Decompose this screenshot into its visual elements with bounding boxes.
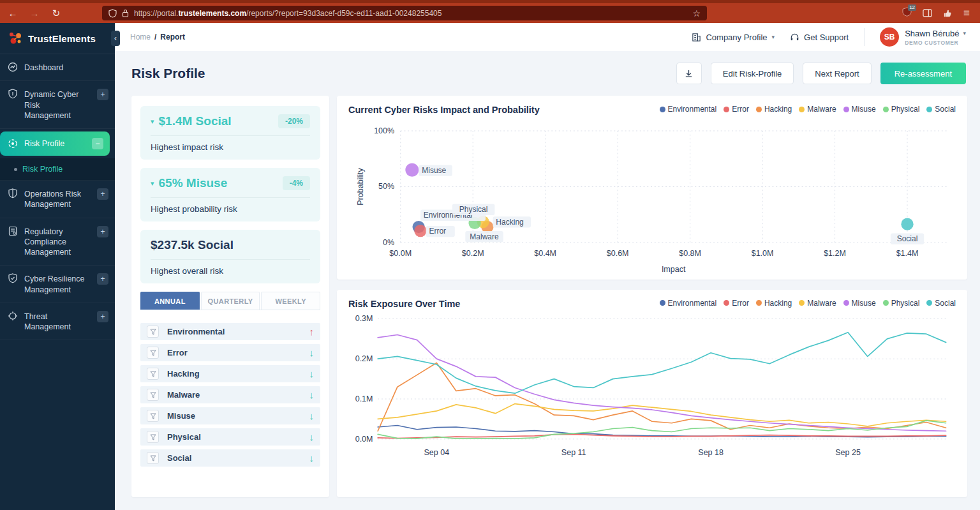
legend-item[interactable]: Misuse: [843, 299, 876, 308]
edit-risk-profile-button[interactable]: Edit Risk-Profile: [711, 63, 794, 84]
user-menu[interactable]: SB Shawn Bérubé ▾ DEMO CUSTOMER: [880, 27, 966, 47]
stat-badge: -4%: [283, 176, 310, 190]
filter-funnel-icon[interactable]: [147, 389, 159, 401]
legend-dot-icon: [799, 300, 805, 306]
svg-text:$0.6M: $0.6M: [607, 249, 629, 258]
filter-funnel-icon[interactable]: [147, 326, 159, 338]
next-report-button[interactable]: Next Report: [803, 63, 871, 84]
svg-text:$1.0M: $1.0M: [752, 249, 774, 258]
trend-arrow-icon: ↓: [309, 389, 315, 400]
expand-button[interactable]: +: [97, 188, 108, 200]
legend-dot-icon: [883, 300, 889, 306]
sidebar-item-dashboard[interactable]: Dashboard: [0, 54, 115, 81]
company-profile-menu[interactable]: Company Profile ▾: [692, 33, 775, 42]
expand-button[interactable]: +: [97, 226, 108, 237]
tab-weekly[interactable]: WEEKLY: [261, 292, 320, 310]
sidebar-item-regulatory-compliance[interactable]: Regulatory Compliance Management +: [0, 218, 115, 266]
legend-item[interactable]: Malware: [799, 105, 836, 114]
caret-down-icon[interactable]: ▾: [151, 179, 154, 188]
impact-probability-plot[interactable]: $0.0M$0.2M$0.4M$0.6M$0.8M$1.0M$1.2M$1.4M…: [348, 115, 956, 276]
risk-row-misuse[interactable]: Misuse ↓: [140, 407, 320, 424]
risk-name: Physical: [167, 432, 201, 442]
sidebar-item-operations-risk[interactable]: Operations Risk Management +: [0, 181, 115, 218]
legend-item[interactable]: Environmental: [660, 105, 717, 114]
scatter-point-social: [901, 218, 913, 230]
url-text[interactable]: https://portal.trustelements.com/reports…: [134, 9, 687, 18]
filter-funnel-icon[interactable]: [147, 452, 159, 464]
tab-annual[interactable]: ANNUAL: [140, 292, 200, 310]
reassessment-button[interactable]: Re-assessment: [880, 63, 966, 84]
legend-item[interactable]: Hacking: [756, 299, 792, 308]
menu-icon[interactable]: ≡: [963, 7, 970, 20]
legend-item[interactable]: Malware: [799, 299, 836, 308]
filter-funnel-icon[interactable]: [147, 368, 159, 380]
legend-item[interactable]: Physical: [883, 105, 920, 114]
svg-text:$1.4M: $1.4M: [896, 249, 919, 258]
legend-item[interactable]: Social: [926, 105, 956, 114]
legend-item[interactable]: Misuse: [843, 105, 876, 114]
legend-item[interactable]: Physical: [883, 299, 920, 308]
download-button[interactable]: [676, 63, 702, 84]
sidebar-subitem-risk-profile[interactable]: Risk Profile: [0, 158, 115, 181]
sidebar-item-cyber-resilience[interactable]: Cyber Resilience Management +: [0, 266, 115, 303]
sidebar-toggle-icon[interactable]: [923, 8, 932, 18]
legend-item[interactable]: Error: [724, 105, 749, 114]
stat-caption: Highest overall risk: [151, 266, 310, 276]
legend-dot-icon: [843, 107, 849, 112]
legend-dot-icon: [799, 107, 805, 112]
bookmark-star-icon[interactable]: ☆: [692, 8, 701, 19]
collapse-section-button[interactable]: −: [92, 138, 103, 149]
chart-title: Current Cyber Risks Impact and Probabili…: [348, 105, 540, 115]
svg-text:Sep 25: Sep 25: [835, 448, 861, 457]
period-tabs: ANNUAL QUARTERLY WEEKLY: [140, 292, 320, 310]
breadcrumb-home[interactable]: Home: [130, 33, 151, 41]
sidebar-item-label: Dashboard: [24, 62, 108, 73]
download-icon: [684, 69, 694, 79]
caret-down-icon[interactable]: ▾: [151, 117, 154, 126]
crosshair-icon: [8, 311, 18, 321]
risk-row-error[interactable]: Error ↓: [140, 344, 320, 361]
filter-funnel-icon[interactable]: [147, 410, 159, 422]
extension-thumb-icon[interactable]: [943, 8, 953, 18]
svg-text:Impact: Impact: [662, 265, 686, 274]
risk-row-malware[interactable]: Malware ↓: [140, 386, 320, 403]
reload-icon[interactable]: ↻: [50, 8, 63, 19]
sidebar-item-risk-profile[interactable]: Risk Profile −: [0, 131, 110, 156]
sidebar-collapse-button[interactable]: ‹: [111, 31, 120, 46]
expand-button[interactable]: +: [97, 273, 108, 285]
chart-title: Risk Exposure Over Time: [348, 299, 460, 309]
filter-funnel-icon[interactable]: [147, 347, 159, 359]
forward-icon[interactable]: →: [28, 8, 41, 19]
target-icon: [8, 139, 18, 149]
expand-button[interactable]: +: [97, 89, 108, 100]
legend-item[interactable]: Hacking: [756, 105, 792, 114]
trend-arrow-icon: ↓: [309, 368, 315, 379]
get-support-link[interactable]: Get Support: [790, 33, 849, 42]
risk-row-environmental[interactable]: Environmental ↑: [140, 323, 320, 340]
back-icon[interactable]: ←: [6, 8, 19, 19]
trend-arrow-icon: ↓: [309, 347, 315, 358]
address-bar[interactable]: https://portal.trustelements.com/reports…: [102, 6, 707, 20]
risk-exposure-plot[interactable]: 0.0M0.1M0.2M0.3MSep 04Sep 11Sep 18Sep 25: [348, 309, 956, 463]
risk-row-hacking[interactable]: Hacking ↓: [140, 365, 320, 382]
sidebar-item-dynamic-cyber-risk[interactable]: Dynamic Cyber Risk Management +: [0, 81, 115, 129]
legend-item[interactable]: Environmental: [660, 299, 717, 308]
expand-button[interactable]: +: [97, 311, 108, 322]
chart-legend: EnvironmentalErrorHackingMalwareMisusePh…: [660, 105, 956, 114]
legend-item[interactable]: Social: [926, 299, 956, 308]
sidebar-item-label: Cyber Resilience Management: [24, 273, 88, 295]
adblock-extension-icon[interactable]: 12: [902, 7, 912, 19]
sidebar-item-threat-management[interactable]: Threat Management +: [0, 303, 115, 341]
filter-funnel-icon[interactable]: [147, 431, 159, 443]
legend-item[interactable]: Error: [724, 299, 749, 308]
legend-dot-icon: [724, 107, 729, 112]
legend-dot-icon: [843, 300, 849, 306]
impact-probability-panel: Current Cyber Risks Impact and Probabili…: [337, 96, 967, 280]
svg-text:$0.8M: $0.8M: [679, 249, 701, 258]
tracking-shield-icon[interactable]: [108, 9, 117, 18]
tab-quarterly[interactable]: QUARTERLY: [201, 292, 260, 310]
risk-row-social[interactable]: Social ↓: [140, 449, 320, 467]
svg-text:0.1M: 0.1M: [355, 394, 373, 403]
risk-row-physical[interactable]: Physical ↓: [140, 428, 320, 446]
svg-text:Social: Social: [897, 234, 918, 243]
